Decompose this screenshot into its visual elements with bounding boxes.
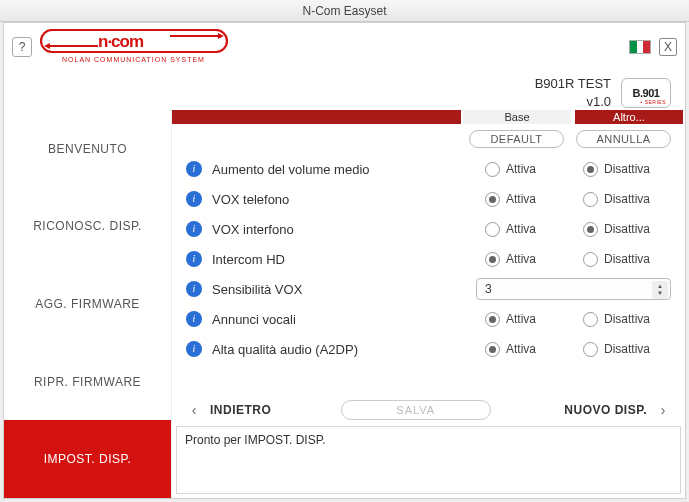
- save-button[interactable]: SALVA: [341, 400, 491, 420]
- stepper-arrows-icon: ▲▼: [652, 281, 668, 299]
- radio-icon: [485, 342, 500, 357]
- setting-label: Annunci vocali: [212, 312, 475, 327]
- setting-label: VOX telefono: [212, 192, 475, 207]
- option-disattiva[interactable]: Disattiva: [583, 222, 671, 237]
- option-attiva[interactable]: Attiva: [485, 312, 573, 327]
- option-disattiva[interactable]: Disattiva: [583, 162, 671, 177]
- sidebar-item-impost-disp[interactable]: IMPOST. DISP.: [4, 420, 172, 498]
- sidebar-item-agg-firmware[interactable]: AGG. FIRMWARE: [4, 265, 172, 343]
- radio-icon: [485, 192, 500, 207]
- setting-row: i VOX interfono Attiva Disattiva: [186, 214, 671, 244]
- device-badge: B.901: [621, 78, 671, 108]
- tab-altro[interactable]: Altro...: [573, 110, 685, 124]
- sidebar-item-ripr-firmware[interactable]: RIPR. FIRMWARE: [4, 343, 172, 421]
- footer-nav: ‹ INDIETRO SALVA NUOVO DISP. ›: [172, 396, 685, 426]
- device-header: B901R TEST v1.0 B.901: [4, 71, 685, 110]
- sidebar: BENVENUTO RICONOSC. DISP. AGG. FIRMWARE …: [4, 110, 172, 498]
- option-disattiva[interactable]: Disattiva: [583, 342, 671, 357]
- status-text: Pronto per IMPOST. DISP.: [185, 433, 326, 447]
- next-label[interactable]: NUOVO DISP.: [564, 403, 647, 417]
- help-button[interactable]: ?: [12, 37, 32, 57]
- settings-list: i Aumento del volume medio Attiva Disatt…: [172, 152, 685, 396]
- back-label[interactable]: INDIETRO: [210, 403, 300, 417]
- radio-icon: [583, 252, 598, 267]
- radio-icon: [583, 312, 598, 327]
- ncom-logo: n·com NOLAN COMMUNICATION SYSTEM: [40, 29, 228, 65]
- setting-label: Alta qualità audio (A2DP): [212, 342, 475, 357]
- info-icon[interactable]: i: [186, 341, 202, 357]
- main-panel: Base Altro... DEFAULT ANNULLA i Aumento …: [172, 110, 685, 498]
- info-icon[interactable]: i: [186, 221, 202, 237]
- status-box: Pronto per IMPOST. DISP.: [176, 426, 681, 494]
- vox-sensitivity-select[interactable]: 3 ▲▼: [476, 278, 671, 300]
- radio-icon: [583, 192, 598, 207]
- sidebar-item-riconosc[interactable]: RICONOSC. DISP.: [4, 188, 172, 266]
- setting-label: VOX interfono: [212, 222, 475, 237]
- window-titlebar: N-Com Easyset: [0, 0, 689, 22]
- flag-icon[interactable]: [629, 40, 651, 54]
- setting-row: i Aumento del volume medio Attiva Disatt…: [186, 154, 671, 184]
- option-attiva[interactable]: Attiva: [485, 192, 573, 207]
- setting-row: i VOX telefono Attiva Disattiva: [186, 184, 671, 214]
- close-button[interactable]: X: [659, 38, 677, 56]
- info-icon[interactable]: i: [186, 251, 202, 267]
- info-icon[interactable]: i: [186, 311, 202, 327]
- cancel-button[interactable]: ANNULLA: [576, 130, 671, 148]
- tab-base[interactable]: Base: [461, 110, 573, 124]
- option-attiva[interactable]: Attiva: [485, 222, 573, 237]
- option-attiva[interactable]: Attiva: [485, 252, 573, 267]
- info-icon[interactable]: i: [186, 281, 202, 297]
- setting-label: Intercom HD: [212, 252, 475, 267]
- app-window: ? n·com NOLAN COMMUNICATION SYSTEM X B90…: [3, 22, 686, 499]
- window-title: N-Com Easyset: [302, 4, 386, 18]
- device-version: v1.0: [535, 93, 611, 111]
- tab-strip: Base Altro...: [172, 110, 685, 124]
- device-name: B901R TEST: [535, 75, 611, 93]
- setting-row: i Annunci vocali Attiva Disattiva: [186, 304, 671, 334]
- setting-label: Sensibilità VOX: [212, 282, 466, 297]
- prev-chevron-icon[interactable]: ‹: [186, 402, 202, 418]
- option-attiva[interactable]: Attiva: [485, 162, 573, 177]
- option-attiva[interactable]: Attiva: [485, 342, 573, 357]
- radio-icon: [583, 342, 598, 357]
- radio-icon: [583, 222, 598, 237]
- radio-icon: [583, 162, 598, 177]
- svg-text:n·com: n·com: [98, 32, 144, 51]
- setting-row: i Alta qualità audio (A2DP) Attiva Disat…: [186, 334, 671, 364]
- next-chevron-icon[interactable]: ›: [655, 402, 671, 418]
- radio-icon: [485, 252, 500, 267]
- setting-row: i Intercom HD Attiva Disattiva: [186, 244, 671, 274]
- option-disattiva[interactable]: Disattiva: [583, 192, 671, 207]
- radio-icon: [485, 162, 500, 177]
- sidebar-item-benvenuto[interactable]: BENVENUTO: [4, 110, 172, 188]
- setting-row: i Sensibilità VOX 3 ▲▼: [186, 274, 671, 304]
- radio-icon: [485, 312, 500, 327]
- top-toolbar: ? n·com NOLAN COMMUNICATION SYSTEM X: [4, 23, 685, 71]
- info-icon[interactable]: i: [186, 161, 202, 177]
- svg-text:NOLAN COMMUNICATION SYSTEM: NOLAN COMMUNICATION SYSTEM: [62, 56, 205, 63]
- setting-label: Aumento del volume medio: [212, 162, 475, 177]
- info-icon[interactable]: i: [186, 191, 202, 207]
- option-disattiva[interactable]: Disattiva: [583, 312, 671, 327]
- option-disattiva[interactable]: Disattiva: [583, 252, 671, 267]
- radio-icon: [485, 222, 500, 237]
- default-button[interactable]: DEFAULT: [469, 130, 564, 148]
